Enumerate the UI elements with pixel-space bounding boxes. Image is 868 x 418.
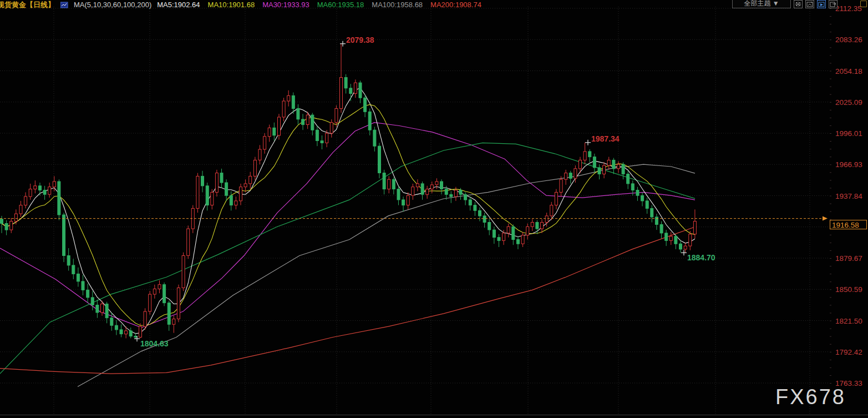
ma-value: MA30:1933.93 — [262, 1, 309, 9]
y-axis-label: 2025.09 — [835, 98, 862, 107]
svg-text:1884.70: 1884.70 — [687, 253, 715, 262]
ma-params-label: MA(5,10,30,60,100,200) — [74, 1, 151, 9]
watermark: FX678 — [775, 385, 846, 409]
crosshair-icon[interactable] — [794, 0, 803, 8]
y-axis-label: 1792.42 — [835, 348, 862, 356]
ma-value: MA200:1908.74 — [430, 1, 481, 9]
chart-toolbar: 全部主题 ▼ — [732, 0, 837, 8]
y-axis-label: 1850.59 — [835, 285, 862, 294]
corner-badge-icon[interactable] — [860, 1, 867, 7]
y-axis-label: 2083.26 — [835, 36, 862, 44]
screenshot-icon[interactable] — [829, 0, 837, 8]
y-axis-label: 1996.01 — [835, 129, 862, 138]
ma-values-row: MA5:1902.64MA10:1901.68MA30:1933.93MA60:… — [157, 1, 481, 9]
svg-text:1804.63: 1804.63 — [140, 339, 169, 348]
y-axis-label: 1821.50 — [835, 317, 862, 325]
ma-value: MA5:1902.64 — [157, 1, 200, 9]
theme-dropdown[interactable]: 全部主题 ▼ — [732, 0, 791, 8]
ma-value: MA60:1935.18 — [317, 1, 364, 9]
current-price-label: 1916.58 — [830, 220, 867, 229]
y-axis-label: 1966.93 — [835, 160, 862, 169]
y-axis-label: 1879.67 — [835, 254, 862, 263]
ma-value: MA100:1958.68 — [372, 1, 423, 9]
candlestick-chart[interactable]: 1916.582112.352083.262054.182025.091996.… — [0, 0, 868, 418]
theme-dropdown-label: 全部主题 — [744, 0, 770, 7]
svg-text:2079.38: 2079.38 — [346, 36, 374, 44]
svg-text:1916.58: 1916.58 — [832, 221, 859, 229]
svg-text:1987.34: 1987.34 — [591, 134, 620, 143]
trading-chart-screen: 1916.582112.352083.262054.182025.091996.… — [0, 0, 868, 418]
chart-header: 现货黄金【日线】 MA(5,10,30,60,100,200) MA5:1902… — [0, 0, 738, 9]
ma-value: MA10:1901.68 — [208, 1, 255, 9]
y-axis-label: 1937.84 — [835, 192, 862, 200]
y-axis-label: 2112.35 — [835, 4, 862, 13]
chevron-down-icon: ▼ — [773, 0, 779, 7]
fit-chart-icon[interactable] — [805, 0, 814, 8]
candlestick-mini-icon — [60, 2, 68, 8]
symbol-title: 现货黄金【日线】 — [0, 0, 55, 10]
scroll-to-latest-icon[interactable] — [817, 0, 826, 8]
y-axis-label: 2054.18 — [835, 67, 862, 75]
